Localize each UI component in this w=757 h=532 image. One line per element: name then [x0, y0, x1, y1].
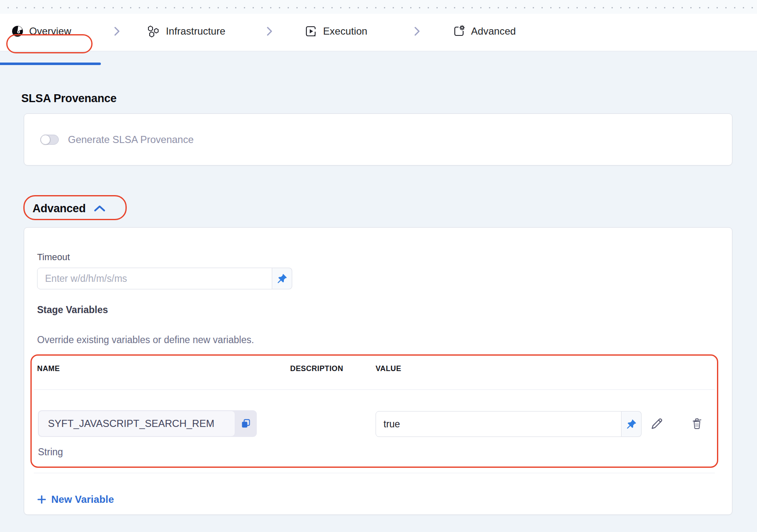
- generate-slsa-toggle[interactable]: [40, 135, 59, 145]
- timeout-label: Timeout: [37, 252, 70, 263]
- stage-variables-description: Override existing variables or define ne…: [37, 334, 254, 346]
- edit-variable-button[interactable]: [649, 416, 664, 431]
- execution-icon: [305, 25, 317, 38]
- overview-stage-icon: [12, 25, 23, 37]
- tab-advanced-label: Advanced: [471, 25, 516, 37]
- variable-type-label: String: [38, 447, 63, 458]
- chevron-right-icon: [266, 14, 273, 49]
- advanced-section-card: Timeout Stage Variables Override existin…: [24, 227, 732, 515]
- copy-variable-name-button[interactable]: [235, 410, 257, 437]
- table-header-divider: [34, 389, 715, 390]
- generate-slsa-toggle-label: Generate SLSA Provenance: [68, 134, 194, 146]
- slsa-provenance-heading: SLSA Provenance: [21, 92, 117, 105]
- advanced-tab-icon: [453, 25, 465, 38]
- tab-overview-label: Overview: [29, 25, 71, 37]
- stage-tabbar: Overview Infrastructure: [0, 14, 757, 51]
- stage-configuration-screen: Overview Infrastructure: [0, 0, 757, 532]
- tab-advanced[interactable]: Advanced: [453, 14, 516, 49]
- tab-infrastructure[interactable]: Infrastructure: [147, 14, 226, 49]
- pipeline-canvas-dotted-background: [0, 0, 757, 14]
- pin-input-type-button[interactable]: [272, 268, 292, 289]
- tab-execution-label: Execution: [323, 25, 367, 37]
- toggle-knob: [40, 135, 50, 145]
- chevron-right-icon: [413, 14, 421, 49]
- advanced-section-heading: Advanced: [33, 202, 85, 215]
- column-header-value: VALUE: [376, 364, 401, 373]
- table-bottom-divider: [34, 473, 715, 473]
- tab-execution[interactable]: Execution: [305, 14, 367, 49]
- stage-variables-heading: Stage Variables: [37, 304, 108, 316]
- delete-variable-button[interactable]: [689, 416, 704, 431]
- column-header-description: DESCRIPTION: [290, 364, 343, 373]
- active-tab-underline: [0, 63, 101, 65]
- chevron-right-icon: [113, 14, 120, 49]
- variable-name-input[interactable]: [39, 411, 235, 436]
- slsa-provenance-card: Generate SLSA Provenance: [24, 113, 732, 166]
- tab-infrastructure-label: Infrastructure: [166, 25, 226, 37]
- variable-name-field-group: [38, 410, 257, 437]
- chevron-up-icon[interactable]: [93, 205, 106, 213]
- timeout-field-group: [37, 268, 292, 289]
- timeout-input[interactable]: [37, 268, 272, 289]
- tab-overview[interactable]: Overview: [12, 14, 71, 49]
- new-variable-button-label: New Variable: [51, 494, 114, 505]
- new-variable-button[interactable]: New Variable: [37, 494, 114, 505]
- column-header-name: NAME: [37, 364, 60, 373]
- variable-value-input[interactable]: [376, 411, 622, 437]
- plus-icon: [37, 495, 46, 504]
- pin-input-type-button[interactable]: [622, 411, 642, 437]
- infrastructure-icon: [147, 25, 160, 38]
- variable-value-field-group: [376, 411, 642, 437]
- advanced-section-header[interactable]: Advanced: [33, 202, 106, 215]
